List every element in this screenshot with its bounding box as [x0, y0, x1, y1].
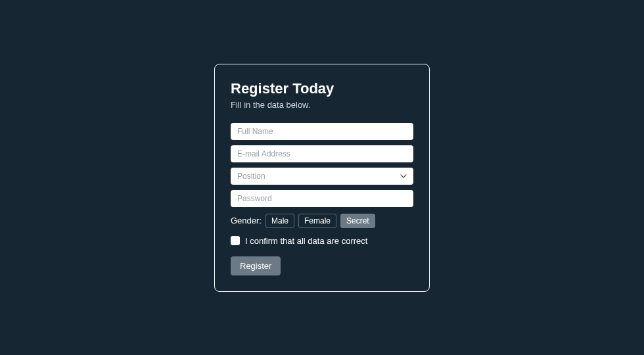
form-title: Register Today — [231, 80, 413, 97]
password-input[interactable] — [231, 190, 413, 207]
chevron-down-icon — [400, 173, 407, 179]
register-button[interactable]: Register — [231, 256, 281, 275]
confirm-row: I confirm that all data are correct — [231, 236, 413, 246]
gender-option-male[interactable]: Male — [265, 214, 294, 228]
gender-row: Gender: Male Female Secret — [231, 214, 413, 228]
position-select-wrapper: Position — [231, 168, 413, 185]
gender-label: Gender: — [231, 216, 262, 225]
form-subtitle: Fill in the data below. — [231, 100, 413, 110]
confirm-label: I confirm that all data are correct — [245, 236, 367, 246]
email-input[interactable] — [231, 145, 413, 162]
position-select[interactable]: Position — [231, 168, 413, 185]
gender-option-female[interactable]: Female — [298, 214, 336, 228]
fullname-input[interactable] — [231, 123, 413, 140]
confirm-checkbox[interactable] — [231, 236, 240, 245]
register-card: Register Today Fill in the data below. P… — [214, 64, 430, 292]
gender-option-secret[interactable]: Secret — [340, 214, 375, 228]
position-placeholder: Position — [237, 172, 265, 181]
